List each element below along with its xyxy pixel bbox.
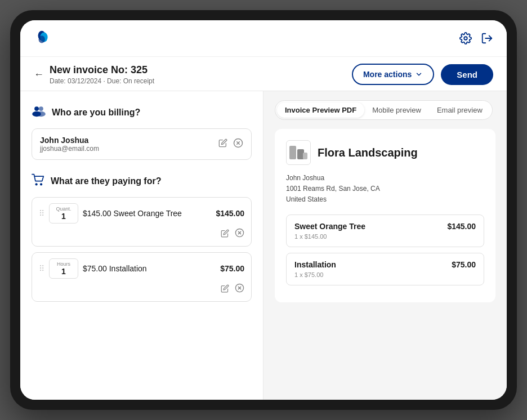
item-card-2: ⠿ Hours 1 $75.00 Installation $75.00 xyxy=(32,252,252,302)
billing-actions xyxy=(218,138,243,151)
billing-card: John Joshua jjoshua@email.com xyxy=(32,128,252,160)
drag-handle-2[interactable]: ⠿ xyxy=(39,264,44,273)
item-description-1: $145.00 Sweet Orange Tree xyxy=(83,209,211,218)
billing-edit-button[interactable] xyxy=(218,138,227,150)
preview-line-item-1: Sweet Orange Tree $145.00 1 x $145.00 xyxy=(286,215,484,247)
billing-info: John Joshua jjoshua@email.com xyxy=(40,136,99,153)
qty-box-2: Hours 1 xyxy=(49,258,78,279)
send-label: Send xyxy=(457,70,477,79)
settings-button[interactable] xyxy=(459,32,472,44)
item-edit-button-1[interactable] xyxy=(221,229,229,240)
preview-item-total-1: $145.00 xyxy=(447,222,476,231)
back-button[interactable]: ← xyxy=(34,69,44,81)
right-panel: Invoice Preview PDF Mobile preview Email… xyxy=(264,91,507,400)
preview-item-name-1: Sweet Orange Tree xyxy=(294,222,365,231)
more-actions-label: More actions xyxy=(363,70,412,79)
chevron-down-icon xyxy=(415,70,423,78)
invoice-date-text: Date: 03/12/2024 · Due: On receipt xyxy=(50,77,154,85)
tab-invoice-preview-pdf[interactable]: Invoice Preview PDF xyxy=(277,102,364,118)
svg-point-3 xyxy=(464,37,467,40)
company-logo xyxy=(286,140,311,165)
item-edit-button-2[interactable] xyxy=(221,284,229,295)
send-button[interactable]: Send xyxy=(441,64,493,85)
item-price-1: $145.00 xyxy=(216,209,244,218)
main-content: Who are you billing? John Joshua jjoshua… xyxy=(20,91,507,400)
item-price-2: $75.00 xyxy=(220,264,244,273)
preview-client-address2: United States xyxy=(286,194,484,205)
svg-point-6 xyxy=(39,106,43,111)
qty-value-2: 1 xyxy=(54,267,73,276)
items-section-header: What are they paying for? xyxy=(32,173,252,189)
paypal-logo xyxy=(34,28,54,48)
invoice-company-header: Flora Landscaping xyxy=(286,140,484,165)
items-section: What are they paying for? ⠿ Quant. 1 $14… xyxy=(32,173,252,302)
item-description-2: $75.00 Installation xyxy=(83,264,216,273)
item-remove-button-2[interactable] xyxy=(235,283,244,296)
preview-line-item-header-2: Installation $75.00 xyxy=(294,260,476,269)
preview-client-name: John Joshua xyxy=(286,173,484,184)
preview-line-item-header-1: Sweet Orange Tree $145.00 xyxy=(294,222,476,231)
tablet-frame: ← New invoice No: 325 Date: 03/12/2024 ·… xyxy=(10,10,517,410)
invoice-preview: Flora Landscaping John Joshua 1001 Reams… xyxy=(275,129,495,302)
preview-tabs: Invoice Preview PDF Mobile preview Email… xyxy=(275,100,493,120)
preview-item-total-2: $75.00 xyxy=(452,260,476,269)
tab-mobile-preview[interactable]: Mobile preview xyxy=(364,102,429,118)
more-actions-button[interactable]: More actions xyxy=(352,64,434,85)
preview-client-info: John Joshua 1001 Reams Rd, San Jose, CA … xyxy=(286,173,484,205)
company-name: Flora Landscaping xyxy=(318,146,418,159)
top-bar xyxy=(20,20,507,57)
svg-point-13 xyxy=(40,183,42,185)
svg-point-12 xyxy=(35,183,38,185)
billing-section-title: Who are you billing? xyxy=(52,108,140,118)
client-name: John Joshua xyxy=(40,136,99,145)
billing-section-header: Who are you billing? xyxy=(32,105,252,120)
drag-handle-1[interactable]: ⠿ xyxy=(39,209,44,218)
svg-point-2 xyxy=(39,35,45,43)
preview-item-sub-1: 1 x $145.00 xyxy=(294,233,476,240)
svg-point-8 xyxy=(37,111,46,117)
preview-line-item-2: Installation $75.00 1 x $75.00 xyxy=(286,253,484,285)
qty-label-1: Quant. xyxy=(54,206,73,212)
item-actions-2 xyxy=(39,283,244,296)
tab-email-preview[interactable]: Email preview xyxy=(429,102,490,118)
item-row-1: ⠿ Quant. 1 $145.00 Sweet Orange Tree $14… xyxy=(39,203,244,224)
action-buttons: More actions Send xyxy=(352,64,493,85)
left-panel: Who are you billing? John Joshua jjoshua… xyxy=(20,91,264,400)
qty-value-1: 1 xyxy=(54,212,73,221)
item-card-1: ⠿ Quant. 1 $145.00 Sweet Orange Tree $14… xyxy=(32,197,252,247)
item-actions-1 xyxy=(39,228,244,240)
tablet-screen: ← New invoice No: 325 Date: 03/12/2024 ·… xyxy=(20,20,507,400)
invoice-title-area: ← New invoice No: 325 Date: 03/12/2024 ·… xyxy=(34,64,154,85)
invoice-title: New invoice No: 325 Date: 03/12/2024 · D… xyxy=(50,64,154,85)
items-section-title: What are they paying for? xyxy=(51,176,161,186)
preview-item-sub-2: 1 x $75.00 xyxy=(294,271,476,278)
preview-client-address1: 1001 Reams Rd, San Jose, CA xyxy=(286,184,484,194)
client-email: jjoshua@email.com xyxy=(40,145,99,153)
item-row-2: ⠿ Hours 1 $75.00 Installation $75.00 xyxy=(39,258,244,279)
qty-label-2: Hours xyxy=(54,261,73,267)
svg-rect-20 xyxy=(289,146,296,159)
action-bar: ← New invoice No: 325 Date: 03/12/2024 ·… xyxy=(20,57,507,91)
logout-button[interactable] xyxy=(481,32,493,44)
svg-point-5 xyxy=(34,106,39,111)
svg-rect-22 xyxy=(303,153,307,159)
billing-icon xyxy=(32,105,46,120)
item-remove-button-1[interactable] xyxy=(235,228,244,240)
billing-remove-button[interactable] xyxy=(233,138,243,151)
invoice-title-text: New invoice No: 325 xyxy=(50,64,154,76)
top-bar-icons xyxy=(459,32,493,44)
cart-icon xyxy=(32,173,45,189)
preview-item-name-2: Installation xyxy=(294,260,336,269)
qty-box-1: Quant. 1 xyxy=(49,203,78,224)
